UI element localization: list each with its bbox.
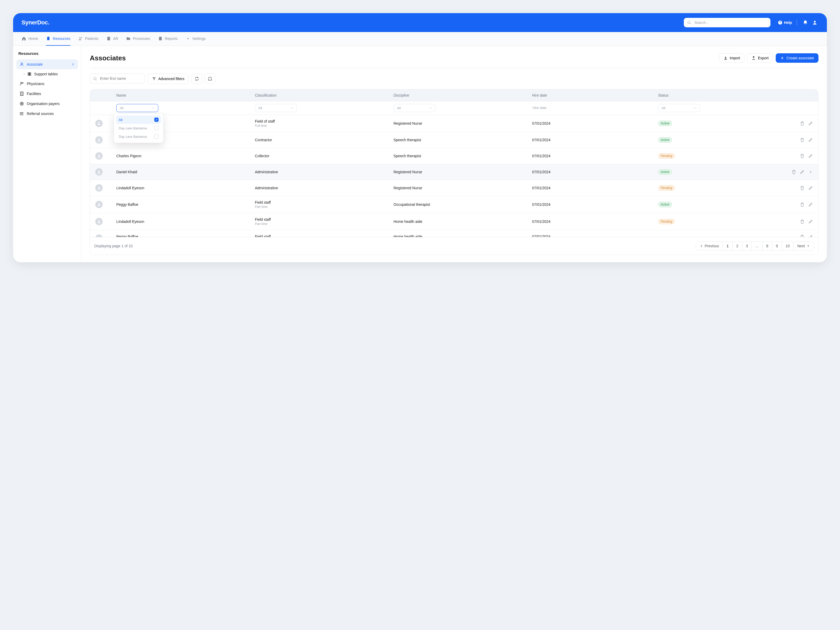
cell-discipline: Registered Nurse (393, 170, 532, 174)
help-button[interactable]: Help (778, 20, 792, 25)
cell-classification: Field staff (255, 234, 393, 237)
filter-name-select[interactable]: All (116, 104, 158, 112)
filter-hiredate[interactable]: Hire date (532, 104, 658, 112)
chevron-right-icon[interactable] (808, 170, 813, 174)
status-badge: Active (658, 202, 672, 207)
avatar (95, 136, 103, 144)
advanced-filters-button[interactable]: Advanced filters (147, 74, 189, 84)
home-icon (22, 36, 26, 41)
avatar (95, 234, 103, 237)
name-filter (90, 74, 145, 84)
edit-icon[interactable] (800, 170, 805, 174)
delete-icon[interactable] (800, 234, 805, 237)
col-hire-date: Hire date (532, 93, 658, 97)
sidebar-title: Resources (16, 51, 78, 59)
import-button[interactable]: Import (719, 53, 745, 63)
col-status: Status (658, 93, 784, 97)
prev-button[interactable]: Previous (696, 242, 723, 250)
clipboard-icon (46, 36, 51, 41)
delete-icon[interactable] (800, 202, 805, 207)
search-wrap (684, 18, 771, 27)
nav-processes[interactable]: Processes (126, 32, 150, 46)
receipt-icon (106, 36, 111, 41)
edit-icon[interactable] (808, 121, 813, 126)
cell-classification: Field staffPart time (255, 200, 393, 209)
sidebar-item-facilities[interactable]: Facilities (16, 89, 78, 99)
page-9[interactable]: 9 (772, 242, 782, 250)
page-10[interactable]: 10 (782, 242, 794, 250)
table-row[interactable]: Daniel KhaidAdministrativeRegistered Nur… (90, 164, 818, 180)
sidebar-item-associate[interactable]: Associate (16, 59, 78, 69)
create-associate-button[interactable]: Create associate (776, 53, 818, 63)
sidebar-item-referral-sources[interactable]: Referral sources (16, 109, 78, 118)
name-filter-input[interactable] (90, 74, 145, 84)
dropdown-option[interactable]: Day care Bantama (116, 132, 161, 141)
status-badge: Active (658, 169, 672, 175)
sidebar-item-support-tables[interactable]: Support tables (16, 69, 78, 79)
cell-hire-date: 07/01/2024 (532, 202, 658, 207)
filter-discipline-select[interactable]: All (393, 104, 436, 112)
import-icon (723, 56, 728, 60)
filter-classification-select[interactable]: All (255, 104, 297, 112)
delete-icon[interactable] (800, 153, 805, 158)
search-input[interactable] (684, 18, 771, 27)
checkbox (154, 126, 159, 130)
delete-icon[interactable] (791, 170, 796, 174)
avatar (95, 184, 103, 192)
export-icon (752, 56, 756, 60)
nav-home[interactable]: Home (22, 32, 38, 46)
page-1[interactable]: 1 (723, 242, 733, 250)
page-3[interactable]: 3 (742, 242, 752, 250)
table-row[interactable]: Peggy BaffoeField staffHome health aide0… (90, 230, 818, 237)
nav-reports[interactable]: Reports (158, 32, 178, 46)
delete-icon[interactable] (800, 186, 805, 190)
nav-resources[interactable]: Resources (46, 32, 70, 46)
svg-point-19 (20, 102, 24, 105)
sidebar-item-physicians[interactable]: Physicians (16, 79, 78, 89)
table-row[interactable]: Lindadoll EyesonAdministrativeRegistered… (90, 180, 818, 196)
delete-icon[interactable] (800, 121, 805, 126)
next-button[interactable]: Next (794, 242, 814, 250)
nav-settings[interactable]: Settings (186, 32, 206, 46)
row-actions (784, 153, 813, 158)
table-row[interactable]: Charles PigeonCollectorSpeech therapist0… (90, 148, 818, 164)
status-badge: Pending (658, 219, 675, 224)
cell-name: Daniel Khaid (116, 170, 255, 174)
delete-icon[interactable] (800, 219, 805, 224)
search-icon (687, 21, 691, 25)
refresh-button[interactable] (192, 74, 202, 84)
nav-patients[interactable]: Patients (78, 32, 98, 46)
cell-name: Lindadoll Eyeson (116, 186, 255, 190)
cell-hire-date: 07/01/2024 (532, 234, 658, 237)
edit-icon[interactable] (808, 202, 813, 207)
table-row[interactable]: Lindadoll EyesonField staffPart timeHome… (90, 213, 818, 230)
status-badge: Pending (658, 185, 675, 191)
table-row[interactable]: ContractorSpeech therapist07/01/2024Acti… (90, 132, 818, 148)
edit-icon[interactable] (808, 153, 813, 158)
svg-point-28 (98, 203, 99, 204)
dropdown-option[interactable]: Day care Bantama (116, 124, 161, 132)
svg-point-11 (21, 63, 22, 64)
table-row[interactable]: Field of staffFull timeRegistered Nurse0… (90, 115, 818, 132)
table-row[interactable]: Peggy BaffoeField staffPart timeOccupati… (90, 196, 818, 213)
avatar (95, 120, 103, 127)
associates-table: Name Classification Discipline Hire date… (90, 89, 818, 255)
edit-icon[interactable] (808, 219, 813, 224)
filter-status-select[interactable]: All (658, 104, 700, 112)
edit-icon[interactable] (808, 137, 813, 142)
page-8[interactable]: 8 (763, 242, 772, 250)
export-button[interactable]: Export (747, 53, 773, 63)
edit-icon[interactable] (808, 186, 813, 190)
row-actions (784, 234, 813, 237)
cell-hire-date: 07/01/2024 (532, 121, 658, 125)
nav-ar[interactable]: AR (106, 32, 118, 46)
sidebar-item-organisation-payers[interactable]: Organisation payers (16, 99, 78, 109)
pagination: Displaying page 1 of 10 Previous123...89… (90, 237, 818, 255)
delete-icon[interactable] (800, 137, 805, 142)
page-2[interactable]: 2 (733, 242, 742, 250)
profile-button[interactable] (811, 19, 818, 26)
notifications-button[interactable] (802, 19, 809, 26)
dropdown-option[interactable]: All (116, 115, 161, 124)
archive-button[interactable] (205, 74, 215, 84)
edit-icon[interactable] (808, 234, 813, 237)
